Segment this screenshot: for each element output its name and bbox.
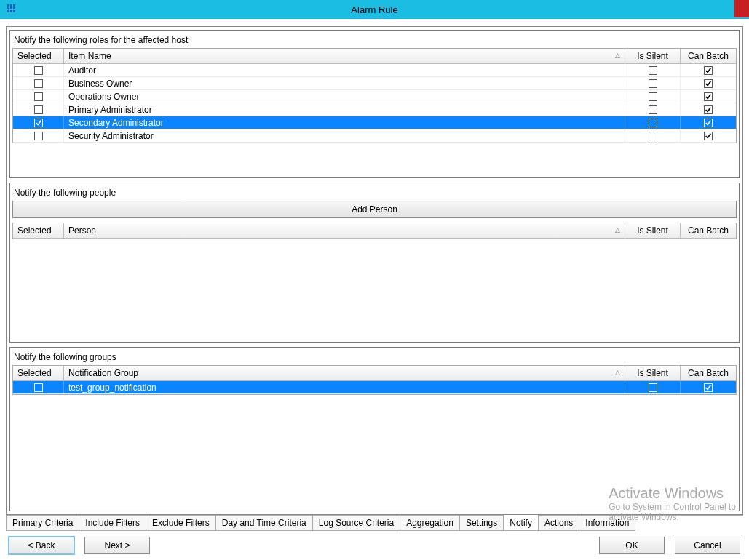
people-panel: Notify the following people Add Person S… bbox=[9, 183, 740, 343]
roles-header-name[interactable]: Item Name△ bbox=[64, 49, 625, 63]
cell-name: Business Owner bbox=[64, 77, 625, 89]
cell-selected[interactable] bbox=[13, 116, 64, 129]
checkbox[interactable] bbox=[704, 105, 713, 114]
groups-panel: Notify the following groups Selected Not… bbox=[9, 347, 740, 511]
cell-selected[interactable] bbox=[13, 77, 64, 89]
checkbox[interactable] bbox=[34, 119, 43, 127]
checkbox[interactable] bbox=[34, 105, 43, 114]
cell-selected[interactable] bbox=[13, 103, 64, 116]
roles-header-batch[interactable]: Can Batch bbox=[681, 49, 736, 63]
people-header-row: Selected Person△ Is Silent Can Batch bbox=[13, 223, 736, 239]
sort-caret-icon: △ bbox=[615, 52, 620, 59]
table-row[interactable]: test_group_notification bbox=[13, 381, 736, 394]
roles-grid: Selected Item Name△ Is Silent Can Batch … bbox=[12, 48, 737, 143]
groups-rows: test_group_notification bbox=[13, 381, 736, 394]
cell-selected[interactable] bbox=[13, 129, 64, 142]
groups-header-silent[interactable]: Is Silent bbox=[625, 366, 681, 380]
groups-header-selected[interactable]: Selected bbox=[13, 366, 64, 380]
tab-actions[interactable]: Actions bbox=[538, 516, 579, 531]
people-header-selected[interactable]: Selected bbox=[13, 223, 64, 238]
tab-log-source-criteria[interactable]: Log Source Criteria bbox=[312, 516, 400, 531]
table-row[interactable]: Business Owner bbox=[13, 77, 736, 90]
cell-silent[interactable] bbox=[625, 116, 681, 129]
close-button[interactable] bbox=[734, 0, 749, 17]
table-row[interactable]: Operations Owner bbox=[13, 90, 736, 103]
cell-silent[interactable] bbox=[625, 381, 681, 393]
checkbox[interactable] bbox=[34, 66, 43, 75]
footer: < Back Next > OK Cancel bbox=[6, 531, 743, 554]
back-button[interactable]: < Back bbox=[9, 537, 74, 554]
table-row[interactable]: Security Administrator bbox=[13, 129, 736, 143]
people-header-silent[interactable]: Is Silent bbox=[625, 223, 681, 238]
table-row[interactable]: Primary Administrator bbox=[13, 103, 736, 116]
tab-aggregation[interactable]: Aggregation bbox=[400, 516, 460, 531]
checkbox[interactable] bbox=[704, 383, 713, 392]
tab-include-filters[interactable]: Include Filters bbox=[79, 516, 146, 531]
checkbox[interactable] bbox=[649, 105, 657, 114]
tab-exclude-filters[interactable]: Exclude Filters bbox=[146, 516, 216, 531]
tab-notify[interactable]: Notify bbox=[503, 516, 539, 531]
checkbox[interactable] bbox=[34, 383, 43, 392]
groups-header-name[interactable]: Notification Group△ bbox=[64, 366, 625, 380]
cell-batch[interactable] bbox=[681, 90, 736, 103]
checkbox[interactable] bbox=[704, 79, 713, 88]
cell-silent[interactable] bbox=[625, 129, 681, 142]
checkbox[interactable] bbox=[704, 66, 713, 75]
tab-strip: Primary CriteriaInclude FiltersExclude F… bbox=[6, 515, 743, 531]
cell-selected[interactable] bbox=[13, 64, 64, 76]
cell-silent[interactable] bbox=[625, 103, 681, 116]
checkbox[interactable] bbox=[649, 66, 657, 75]
sort-caret-icon: △ bbox=[615, 369, 620, 376]
roles-header-selected[interactable]: Selected bbox=[13, 49, 64, 63]
roles-header-silent[interactable]: Is Silent bbox=[625, 49, 681, 63]
checkbox[interactable] bbox=[649, 79, 657, 88]
cell-batch[interactable] bbox=[681, 129, 736, 142]
cell-batch[interactable] bbox=[681, 77, 736, 89]
people-header-batch[interactable]: Can Batch bbox=[681, 223, 736, 238]
cancel-button[interactable]: Cancel bbox=[675, 537, 740, 554]
cell-selected[interactable] bbox=[13, 381, 64, 393]
people-header-name[interactable]: Person△ bbox=[64, 223, 625, 238]
tab-information[interactable]: Information bbox=[579, 516, 635, 531]
next-button[interactable]: Next > bbox=[84, 537, 150, 554]
table-row[interactable]: Secondary Administrator bbox=[13, 116, 736, 129]
titlebar: Alarm Rule bbox=[0, 0, 749, 19]
checkbox[interactable] bbox=[704, 132, 713, 140]
add-person-button[interactable]: Add Person bbox=[12, 201, 737, 218]
cell-silent[interactable] bbox=[625, 77, 681, 89]
tab-settings[interactable]: Settings bbox=[459, 516, 504, 531]
cell-batch[interactable] bbox=[681, 64, 736, 76]
groups-header-batch[interactable]: Can Batch bbox=[681, 366, 736, 380]
checkbox[interactable] bbox=[704, 92, 713, 101]
checkbox[interactable] bbox=[649, 132, 657, 140]
cell-name: Security Administrator bbox=[64, 129, 625, 142]
tab-day-and-time-criteria[interactable]: Day and Time Criteria bbox=[215, 516, 313, 531]
cell-selected[interactable] bbox=[13, 90, 64, 103]
cell-silent[interactable] bbox=[625, 90, 681, 103]
cell-name: Secondary Administrator bbox=[64, 116, 625, 129]
roles-panel: Notify the following roles for the affec… bbox=[9, 30, 740, 178]
notify-panel-stack: Notify the following roles for the affec… bbox=[6, 26, 743, 515]
cell-batch[interactable] bbox=[681, 116, 736, 129]
groups-grid: Selected Notification Group△ Is Silent C… bbox=[12, 365, 737, 395]
checkbox[interactable] bbox=[649, 92, 657, 101]
cell-silent[interactable] bbox=[625, 64, 681, 76]
checkbox[interactable] bbox=[34, 79, 43, 88]
cell-batch[interactable] bbox=[681, 103, 736, 116]
cell-name: Operations Owner bbox=[64, 90, 625, 103]
roles-rows: AuditorBusiness OwnerOperations OwnerPri… bbox=[13, 64, 736, 143]
sort-caret-icon: △ bbox=[615, 226, 620, 233]
checkbox[interactable] bbox=[34, 92, 43, 101]
alarm-rule-window: Alarm Rule Notify the following roles fo… bbox=[0, 0, 749, 560]
cell-batch[interactable] bbox=[681, 381, 736, 393]
table-row[interactable]: Auditor bbox=[13, 64, 736, 77]
checkbox[interactable] bbox=[649, 119, 657, 127]
cell-name: test_group_notification bbox=[64, 381, 625, 393]
checkbox[interactable] bbox=[704, 119, 713, 127]
people-label: Notify the following people bbox=[14, 188, 737, 198]
ok-button[interactable]: OK bbox=[599, 537, 665, 554]
checkbox[interactable] bbox=[649, 383, 657, 392]
checkbox[interactable] bbox=[34, 132, 43, 140]
cell-name: Primary Administrator bbox=[64, 103, 625, 116]
tab-primary-criteria[interactable]: Primary Criteria bbox=[6, 516, 79, 531]
